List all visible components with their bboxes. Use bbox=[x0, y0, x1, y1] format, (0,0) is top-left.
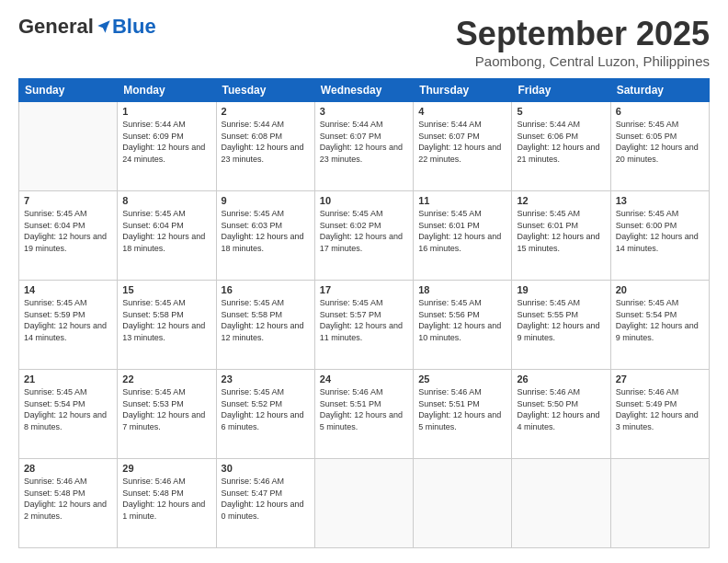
calendar-cell: 24Sunrise: 5:46 AMSunset: 5:51 PMDayligh… bbox=[314, 370, 413, 459]
day-number: 11 bbox=[418, 195, 506, 206]
cell-info: Sunrise: 5:45 AMSunset: 5:54 PMDaylight:… bbox=[24, 387, 107, 431]
weekday-header-friday: Friday bbox=[512, 79, 610, 102]
weekday-header-thursday: Thursday bbox=[414, 79, 512, 102]
day-number: 20 bbox=[616, 284, 704, 295]
cell-info: Sunrise: 5:46 AMSunset: 5:50 PMDaylight:… bbox=[517, 387, 599, 431]
calendar-cell bbox=[314, 459, 413, 548]
calendar-cell: 2Sunrise: 5:44 AMSunset: 6:08 PMDaylight… bbox=[216, 102, 314, 191]
cell-info: Sunrise: 5:45 AMSunset: 6:02 PMDaylight:… bbox=[320, 209, 403, 253]
cell-info: Sunrise: 5:45 AMSunset: 5:56 PMDaylight:… bbox=[418, 298, 501, 342]
weekday-header-row: SundayMondayTuesdayWednesdayThursdayFrid… bbox=[19, 79, 710, 102]
day-number: 5 bbox=[517, 106, 605, 117]
calendar-cell bbox=[19, 102, 118, 191]
weekday-header-sunday: Sunday bbox=[19, 79, 118, 102]
calendar-cell: 12Sunrise: 5:45 AMSunset: 6:01 PMDayligh… bbox=[512, 191, 610, 281]
calendar-cell: 9Sunrise: 5:45 AMSunset: 6:03 PMDaylight… bbox=[216, 191, 314, 281]
cell-info: Sunrise: 5:44 AMSunset: 6:07 PMDaylight:… bbox=[418, 120, 501, 164]
cell-info: Sunrise: 5:45 AMSunset: 6:04 PMDaylight:… bbox=[24, 209, 107, 253]
cell-info: Sunrise: 5:45 AMSunset: 5:59 PMDaylight:… bbox=[24, 298, 107, 342]
calendar-week-row: 21Sunrise: 5:45 AMSunset: 5:54 PMDayligh… bbox=[19, 370, 710, 459]
day-number: 16 bbox=[222, 284, 310, 295]
calendar-cell: 20Sunrise: 5:45 AMSunset: 5:54 PMDayligh… bbox=[610, 281, 709, 370]
cell-info: Sunrise: 5:44 AMSunset: 6:07 PMDaylight:… bbox=[320, 120, 403, 164]
day-number: 19 bbox=[517, 284, 605, 295]
cell-info: Sunrise: 5:46 AMSunset: 5:51 PMDaylight:… bbox=[320, 387, 403, 431]
cell-info: Sunrise: 5:45 AMSunset: 6:01 PMDaylight:… bbox=[517, 209, 599, 253]
calendar-cell: 7Sunrise: 5:45 AMSunset: 6:04 PMDaylight… bbox=[19, 191, 118, 281]
day-number: 14 bbox=[24, 284, 112, 295]
day-number: 29 bbox=[122, 463, 210, 474]
cell-info: Sunrise: 5:46 AMSunset: 5:51 PMDaylight:… bbox=[418, 387, 501, 431]
calendar-cell: 21Sunrise: 5:45 AMSunset: 5:54 PMDayligh… bbox=[19, 370, 118, 459]
cell-info: Sunrise: 5:46 AMSunset: 5:48 PMDaylight:… bbox=[122, 477, 205, 521]
cell-info: Sunrise: 5:46 AMSunset: 5:47 PMDaylight:… bbox=[222, 477, 304, 521]
calendar-cell: 5Sunrise: 5:44 AMSunset: 6:06 PMDaylight… bbox=[512, 102, 610, 191]
calendar-week-row: 14Sunrise: 5:45 AMSunset: 5:59 PMDayligh… bbox=[19, 281, 710, 370]
cell-info: Sunrise: 5:44 AMSunset: 6:08 PMDaylight:… bbox=[222, 120, 304, 164]
cell-info: Sunrise: 5:45 AMSunset: 6:01 PMDaylight:… bbox=[418, 209, 501, 253]
day-number: 26 bbox=[517, 373, 605, 385]
day-number: 21 bbox=[24, 373, 112, 385]
logo-general-text: General bbox=[18, 15, 94, 39]
cell-info: Sunrise: 5:46 AMSunset: 5:49 PMDaylight:… bbox=[616, 387, 699, 431]
calendar-cell: 23Sunrise: 5:45 AMSunset: 5:52 PMDayligh… bbox=[216, 370, 314, 459]
cell-info: Sunrise: 5:45 AMSunset: 5:58 PMDaylight:… bbox=[222, 298, 304, 342]
calendar-cell: 6Sunrise: 5:45 AMSunset: 6:05 PMDaylight… bbox=[610, 102, 709, 191]
day-number: 23 bbox=[222, 373, 310, 385]
weekday-header-wednesday: Wednesday bbox=[314, 79, 413, 102]
weekday-header-tuesday: Tuesday bbox=[216, 79, 314, 102]
day-number: 25 bbox=[418, 373, 506, 385]
calendar-cell: 14Sunrise: 5:45 AMSunset: 5:59 PMDayligh… bbox=[19, 281, 118, 370]
calendar-cell bbox=[512, 459, 610, 548]
day-number: 6 bbox=[616, 106, 704, 117]
day-number: 27 bbox=[616, 373, 704, 385]
calendar-cell: 30Sunrise: 5:46 AMSunset: 5:47 PMDayligh… bbox=[216, 459, 314, 548]
cell-info: Sunrise: 5:45 AMSunset: 6:03 PMDaylight:… bbox=[222, 209, 304, 253]
cell-info: Sunrise: 5:45 AMSunset: 6:00 PMDaylight:… bbox=[616, 209, 699, 253]
calendar-cell: 3Sunrise: 5:44 AMSunset: 6:07 PMDaylight… bbox=[314, 102, 413, 191]
cell-info: Sunrise: 5:45 AMSunset: 5:53 PMDaylight:… bbox=[122, 387, 205, 431]
calendar-cell: 4Sunrise: 5:44 AMSunset: 6:07 PMDaylight… bbox=[414, 102, 512, 191]
calendar-cell: 15Sunrise: 5:45 AMSunset: 5:58 PMDayligh… bbox=[118, 281, 216, 370]
day-number: 9 bbox=[222, 195, 310, 206]
calendar-cell: 25Sunrise: 5:46 AMSunset: 5:51 PMDayligh… bbox=[414, 370, 512, 459]
logo: General Blue bbox=[18, 15, 156, 39]
calendar-cell: 22Sunrise: 5:45 AMSunset: 5:53 PMDayligh… bbox=[118, 370, 216, 459]
calendar-cell: 16Sunrise: 5:45 AMSunset: 5:58 PMDayligh… bbox=[216, 281, 314, 370]
calendar-cell: 27Sunrise: 5:46 AMSunset: 5:49 PMDayligh… bbox=[610, 370, 709, 459]
day-number: 2 bbox=[222, 106, 310, 117]
calendar-cell: 19Sunrise: 5:45 AMSunset: 5:55 PMDayligh… bbox=[512, 281, 610, 370]
day-number: 10 bbox=[320, 195, 408, 206]
day-number: 17 bbox=[320, 284, 408, 295]
day-number: 1 bbox=[122, 106, 210, 117]
day-number: 28 bbox=[24, 463, 112, 474]
cell-info: Sunrise: 5:45 AMSunset: 5:58 PMDaylight:… bbox=[122, 298, 205, 342]
calendar-cell bbox=[414, 459, 512, 548]
day-number: 7 bbox=[24, 195, 112, 206]
weekday-header-monday: Monday bbox=[118, 79, 216, 102]
page: General Blue September 2025 Paombong, Ce… bbox=[0, 0, 728, 563]
calendar-week-row: 1Sunrise: 5:44 AMSunset: 6:09 PMDaylight… bbox=[19, 102, 710, 191]
cell-info: Sunrise: 5:45 AMSunset: 5:57 PMDaylight:… bbox=[320, 298, 403, 342]
day-number: 3 bbox=[320, 106, 408, 117]
cell-info: Sunrise: 5:45 AMSunset: 5:55 PMDaylight:… bbox=[517, 298, 599, 342]
day-number: 18 bbox=[418, 284, 506, 295]
calendar-cell: 13Sunrise: 5:45 AMSunset: 6:00 PMDayligh… bbox=[610, 191, 709, 281]
calendar-cell: 29Sunrise: 5:46 AMSunset: 5:48 PMDayligh… bbox=[118, 459, 216, 548]
cell-info: Sunrise: 5:45 AMSunset: 5:54 PMDaylight:… bbox=[616, 298, 699, 342]
day-number: 15 bbox=[122, 284, 210, 295]
day-number: 24 bbox=[320, 373, 408, 385]
calendar-cell: 28Sunrise: 5:46 AMSunset: 5:48 PMDayligh… bbox=[19, 459, 118, 548]
calendar-cell: 11Sunrise: 5:45 AMSunset: 6:01 PMDayligh… bbox=[414, 191, 512, 281]
day-number: 8 bbox=[122, 195, 210, 206]
cell-info: Sunrise: 5:45 AMSunset: 6:04 PMDaylight:… bbox=[122, 209, 205, 253]
calendar-week-row: 28Sunrise: 5:46 AMSunset: 5:48 PMDayligh… bbox=[19, 459, 710, 548]
day-number: 22 bbox=[122, 373, 210, 385]
logo-blue-text: Blue bbox=[112, 15, 156, 39]
day-number: 4 bbox=[418, 106, 506, 117]
calendar-cell: 8Sunrise: 5:45 AMSunset: 6:04 PMDaylight… bbox=[118, 191, 216, 281]
cell-info: Sunrise: 5:45 AMSunset: 5:52 PMDaylight:… bbox=[222, 387, 304, 431]
location-subtitle: Paombong, Central Luzon, Philippines bbox=[456, 53, 710, 69]
cell-info: Sunrise: 5:44 AMSunset: 6:09 PMDaylight:… bbox=[122, 120, 205, 164]
day-number: 12 bbox=[517, 195, 605, 206]
